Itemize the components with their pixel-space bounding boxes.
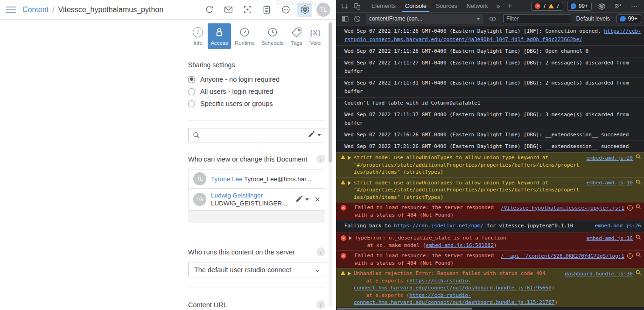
source-link[interactable]: embed-amd.js:16 xyxy=(587,235,633,242)
clear-console-button[interactable] xyxy=(351,14,363,24)
messages-counter[interactable]: 99+ xyxy=(567,2,592,11)
console-sidebar-toggle[interactable] xyxy=(339,14,351,24)
breadcrumb-content-link[interactable]: Content xyxy=(22,6,49,14)
console-message-body: Couldn't find table with id ColumnDataTa… xyxy=(344,99,641,107)
user-name-link[interactable]: Ludwig Geistlinger xyxy=(211,192,263,199)
javascript-context-select[interactable]: contentIFrame (con... xyxy=(366,14,483,24)
magnifier-icon[interactable] xyxy=(636,234,641,242)
device-toolbar-button[interactable] xyxy=(351,1,363,11)
sharing-options: Anyone - no login requiredAll users - lo… xyxy=(188,73,325,110)
magnifier-icon[interactable] xyxy=(636,252,641,260)
source-location: /Vitessce_hypothalam…tessce-jupyter.js:1… xyxy=(501,204,641,212)
log-levels-dropdown[interactable]: Default levels xyxy=(576,15,613,22)
warning-icon xyxy=(341,155,345,159)
console-link[interactable]: embed-amd.js:16:581882 xyxy=(426,242,494,248)
source-location: embed-amd.js:10 xyxy=(587,179,641,187)
inspect-element-button[interactable] xyxy=(339,1,351,11)
console-text: ) xyxy=(494,242,497,248)
devtools-tabs: Elements Console Sources Network xyxy=(367,0,493,12)
console-text: ) xyxy=(552,285,555,291)
issue-icon[interactable]: ! xyxy=(627,253,633,259)
radio-label: Anyone - no login required xyxy=(200,76,280,83)
lock-open-icon xyxy=(214,27,225,38)
console-text: at e.exports ( xyxy=(354,278,409,284)
more-tabs-icon[interactable]: » xyxy=(493,2,504,10)
console-message-body: embed-amd.js:10strict mode: use allowUni… xyxy=(354,179,641,201)
expand-arrow-icon[interactable] xyxy=(348,156,351,160)
expand-arrow-icon[interactable] xyxy=(348,181,351,185)
sharing-option-1[interactable]: All users - login required xyxy=(188,85,325,98)
tab-info[interactable]: i Info xyxy=(189,23,207,49)
feedback-button[interactable] xyxy=(611,1,623,11)
logs-button[interactable] xyxy=(259,3,274,17)
user-row-tyrone: TL Tyrone Lee Tyrone_Lee@hms.har... xyxy=(188,169,325,188)
info-badge-icon[interactable]: i xyxy=(316,300,325,309)
source-link[interactable]: embed-amd.js:10 xyxy=(587,179,633,187)
menu-icon[interactable] xyxy=(6,7,16,13)
console-text: Wed Sep 07 2022 17:11:26 GMT-0400 (Easte… xyxy=(344,48,588,54)
panel-scrollbar[interactable] xyxy=(329,22,332,307)
tab-schedule[interactable]: Schedule xyxy=(259,23,287,49)
issues-counter[interactable]: × 7 7 xyxy=(531,2,563,11)
console-filter-input[interactable] xyxy=(503,14,571,23)
devtools-more-menu-icon[interactable]: ⋯ xyxy=(627,2,641,10)
tab-network[interactable]: Network xyxy=(462,0,493,12)
radio-icon[interactable] xyxy=(188,100,195,107)
tab-vars[interactable]: {X} Vars xyxy=(307,23,324,49)
tab-elements[interactable]: Elements xyxy=(367,0,400,12)
console-toolbar: contentIFrame (con... Default levels 99+ xyxy=(336,13,644,25)
magnifier-icon[interactable] xyxy=(636,204,641,212)
remove-user-icon[interactable]: × xyxy=(315,195,320,204)
tab-console[interactable]: Console xyxy=(400,0,431,12)
chevron-down-icon xyxy=(476,18,480,20)
open-solo-button[interactable] xyxy=(240,3,255,17)
sharing-option-0[interactable]: Anyone - no login required xyxy=(188,73,325,85)
sharing-settings-title: Sharing settings xyxy=(188,61,325,69)
vars-icon: {X} xyxy=(310,28,321,36)
console-message-log: Wed Sep 07 2022 17:11:27 GMT-0400 (Easte… xyxy=(336,57,644,77)
user-name-link[interactable]: Tyrone Lee xyxy=(211,176,243,183)
search-mode-dropdown[interactable] xyxy=(308,130,321,140)
app-header: Content / Vitessce_hypothalamus_python D… xyxy=(0,0,336,20)
user-detail: Tyrone_Lee@hms.har... xyxy=(244,176,311,183)
info-badge-icon[interactable]: i xyxy=(316,247,325,256)
devtools-settings-button[interactable] xyxy=(595,1,608,11)
live-expression-button[interactable] xyxy=(486,14,498,24)
tab-sources[interactable]: Sources xyxy=(431,0,462,12)
source-location: embed-amd.js:16 xyxy=(587,234,641,242)
console-text: for vitessce-jupyter@^0.1.10 xyxy=(483,223,573,229)
radio-icon[interactable] xyxy=(188,88,195,95)
console-log-area: Wed Sep 07 2022 17:11:26 GMT-0400 (Easte… xyxy=(336,25,644,307)
radio-icon[interactable] xyxy=(188,76,195,83)
source-link[interactable]: /Vitessce_hypothalam…tessce-jupyter.js:1 xyxy=(501,204,624,212)
run-as-select[interactable]: The default user rstudio-connect ⌄ xyxy=(188,262,325,277)
tab-access[interactable]: Access xyxy=(208,23,231,49)
messages-counter[interactable]: 99+ xyxy=(616,14,641,23)
tab-runtime[interactable]: Runtime xyxy=(232,23,258,49)
console-horizontal-scrollbar[interactable] xyxy=(336,307,644,310)
magnifier-icon[interactable] xyxy=(636,270,641,278)
console-message-log: Wed Sep 07 2022 17:16:26 GMT-0400 (Easte… xyxy=(336,129,644,141)
magnifier-icon[interactable] xyxy=(636,154,641,162)
edit-role-dropdown[interactable] xyxy=(295,195,309,204)
source-link[interactable]: embed-amd.js:26 xyxy=(595,222,641,230)
message-bubble-icon xyxy=(620,16,626,21)
console-link[interactable]: https://cdn.jsdelivr.net/npm/ xyxy=(394,223,483,229)
expand-arrow-icon[interactable] xyxy=(348,272,351,275)
tab-tags[interactable]: Tags xyxy=(288,23,306,49)
email-button[interactable] xyxy=(221,3,236,17)
info-badge-icon[interactable]: i xyxy=(316,155,325,163)
issue-icon[interactable]: ! xyxy=(627,205,633,211)
refresh-icon xyxy=(204,5,214,14)
console-message-body: embed-amd.js:16TypeError: o._deserialize… xyxy=(355,234,641,249)
add-tab-icon[interactable]: + xyxy=(504,1,516,11)
logs-icon xyxy=(262,5,272,14)
source-link[interactable]: dashboard.bundle.js:30 xyxy=(565,270,633,278)
search-input[interactable] xyxy=(204,132,308,139)
sharing-option-2[interactable]: Specific users or groups xyxy=(188,98,325,110)
refresh-button[interactable] xyxy=(202,3,217,17)
source-link[interactable]: /__api__/content/526…0KK270YdG72gS/log:1 xyxy=(501,253,624,260)
expand-arrow-icon[interactable] xyxy=(349,236,352,240)
magnifier-icon[interactable] xyxy=(636,179,641,187)
source-link[interactable]: embed-amd.js:20 xyxy=(587,155,633,162)
